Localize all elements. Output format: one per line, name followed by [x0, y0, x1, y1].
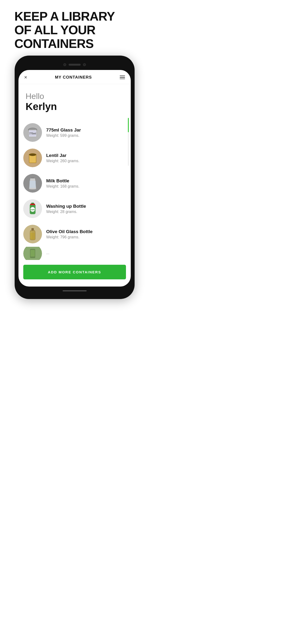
container-avatar	[23, 174, 42, 192]
container-info: Washing up Bottle Weight: 28 grams.	[46, 204, 126, 214]
container-avatar	[23, 225, 42, 244]
svg-text:FAIRY: FAIRY	[30, 209, 35, 210]
speaker-icon	[69, 64, 81, 66]
container-info: Milk Bottle Weight: 168 grams.	[46, 178, 126, 188]
list-item[interactable]: FAIRY Washing up Bottle Weight: 28 grams…	[23, 196, 126, 222]
greeting-hello: Hello	[26, 92, 123, 100]
notch-bar	[19, 60, 131, 70]
container-image: 775ml	[23, 123, 42, 142]
close-button[interactable]: ×	[24, 75, 27, 80]
svg-rect-18	[30, 204, 35, 205]
scrollbar-thumb[interactable]	[128, 118, 129, 132]
container-info-partial: ...	[46, 251, 126, 256]
menu-button[interactable]	[120, 76, 125, 79]
container-weight: Weight: 168 grams.	[46, 184, 126, 188]
front-camera-icon	[63, 63, 66, 66]
container-weight: Weight: 260 grams.	[46, 159, 126, 163]
phone-screen: × MY CONTAINERS Hello Kerlyn	[19, 70, 131, 287]
greeting-name: Kerlyn	[26, 100, 123, 112]
svg-rect-8	[30, 155, 36, 162]
hero-heading: KEEP A LIBRARY OF ALL YOUR CONTAINERS	[0, 0, 149, 56]
list-item[interactable]: 775ml 775ml Glass Jar Weight: 599 grams.	[23, 120, 126, 145]
notch	[55, 61, 94, 68]
add-more-containers-button[interactable]: ADD MORE CONTAINERS	[23, 265, 126, 279]
container-avatar	[23, 148, 42, 167]
svg-text:775ml: 775ml	[29, 132, 36, 135]
container-avatar: 775ml	[23, 123, 42, 142]
container-image-partial	[23, 247, 42, 260]
page-wrapper: KEEP A LIBRARY OF ALL YOUR CONTAINERS × …	[0, 0, 149, 322]
svg-rect-12	[30, 181, 36, 188]
menu-line-2	[120, 77, 125, 78]
hero-title: KEEP A LIBRARY OF ALL YOUR CONTAINERS	[14, 10, 149, 51]
phone-frame: × MY CONTAINERS Hello Kerlyn	[15, 56, 135, 299]
container-info: Olive Oil Glass Bottle Weight: 796 grams…	[46, 229, 126, 239]
container-image	[23, 148, 42, 167]
home-indicator	[63, 290, 87, 291]
svg-point-9	[29, 154, 36, 156]
list-item[interactable]: Olive Oil Glass Bottle Weight: 796 grams…	[23, 222, 126, 247]
scrollbar-track[interactable]	[128, 118, 129, 166]
container-name-partial: ...	[46, 251, 126, 255]
container-info: 775ml Glass Jar Weight: 599 grams.	[46, 128, 126, 138]
svg-rect-20	[32, 228, 34, 230]
menu-line-3	[120, 78, 125, 79]
container-name: 775ml Glass Jar	[46, 128, 126, 133]
container-info: Lentil Jar Weight: 260 grams.	[46, 153, 126, 163]
container-image	[23, 225, 42, 244]
list-item[interactable]: Lentil Jar Weight: 260 grams.	[23, 145, 126, 170]
app-header: × MY CONTAINERS	[19, 70, 131, 84]
hello-section: Hello Kerlyn	[19, 84, 131, 118]
list-item[interactable]: Milk Bottle Weight: 168 grams.	[23, 170, 126, 196]
container-name: Lentil Jar	[46, 153, 126, 158]
container-list: 775ml 775ml Glass Jar Weight: 599 grams.	[19, 118, 131, 260]
container-image	[23, 174, 42, 192]
container-weight: Weight: 28 grams.	[46, 210, 126, 214]
container-avatar-partial	[23, 247, 42, 260]
menu-line-1	[120, 76, 125, 76]
phone-bottom	[19, 286, 131, 295]
container-name: Washing up Bottle	[46, 204, 126, 209]
page-title: MY CONTAINERS	[55, 75, 92, 80]
container-weight: Weight: 599 grams.	[46, 134, 126, 138]
container-image: FAIRY	[23, 199, 42, 218]
front-sensor-icon	[83, 63, 86, 66]
svg-rect-23	[31, 250, 35, 256]
container-name: Milk Bottle	[46, 178, 126, 184]
container-avatar: FAIRY	[23, 199, 42, 218]
container-weight: Weight: 796 grams.	[46, 235, 126, 239]
list-item-partial: ...	[23, 247, 126, 260]
container-name: Olive Oil Glass Bottle	[46, 229, 126, 234]
